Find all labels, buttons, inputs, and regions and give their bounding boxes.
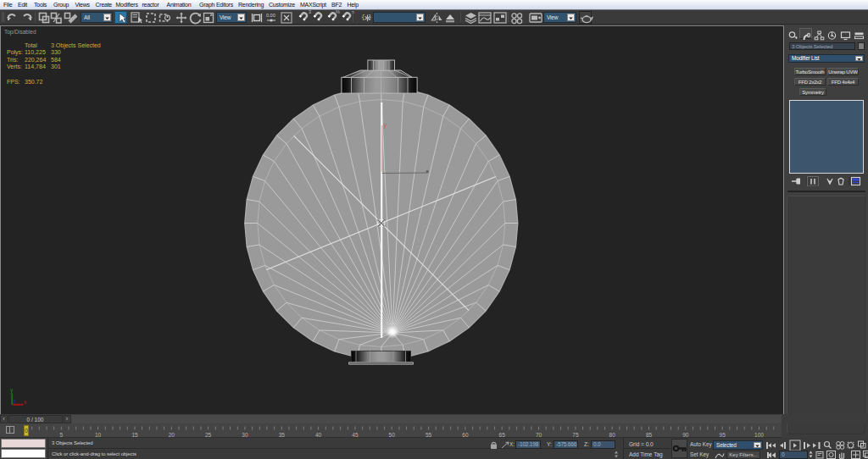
svg-text:90: 90: [682, 432, 689, 438]
svg-text:100: 100: [754, 432, 764, 438]
svg-text:55: 55: [426, 432, 432, 438]
svg-text:75: 75: [572, 432, 579, 438]
svg-text:y: y: [10, 387, 14, 394]
svg-text:20: 20: [169, 432, 175, 438]
svg-text:0.00: 0.00: [266, 13, 275, 18]
svg-text:10: 10: [95, 432, 102, 438]
svg-text:80: 80: [609, 432, 616, 438]
svg-text:35: 35: [279, 432, 286, 438]
svg-text:70: 70: [536, 432, 542, 438]
svg-text:30: 30: [242, 432, 248, 438]
svg-text:15: 15: [131, 432, 138, 438]
svg-text:95: 95: [720, 432, 726, 438]
svg-text:85: 85: [646, 432, 653, 438]
svg-text:y: y: [384, 122, 387, 129]
svg-text:60: 60: [462, 432, 469, 438]
svg-text:40: 40: [315, 432, 322, 438]
svg-text:50: 50: [389, 432, 396, 438]
svg-text:5: 5: [59, 432, 63, 438]
svg-text:45: 45: [352, 432, 359, 438]
svg-text:x: x: [24, 399, 27, 405]
svg-text:z: z: [14, 398, 16, 404]
svg-text:65: 65: [499, 432, 506, 438]
svg-text:25: 25: [205, 432, 212, 438]
